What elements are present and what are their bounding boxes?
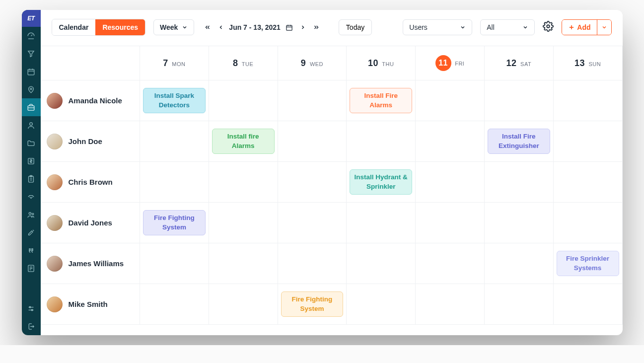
sidebar-item-dashboard[interactable] xyxy=(22,27,41,45)
schedule-cell[interactable]: Install Spark Detectors xyxy=(140,80,209,121)
schedule-cell[interactable]: Install Fire Alarms xyxy=(347,80,416,121)
schedule-cell[interactable] xyxy=(209,243,278,284)
schedule-cell[interactable] xyxy=(209,284,278,325)
sidebar-item-briefcase[interactable] xyxy=(22,98,41,116)
schedule-cell[interactable]: Fire Fighting System xyxy=(278,284,347,325)
schedule-cell[interactable] xyxy=(278,243,347,284)
sidebar-item-team[interactable] xyxy=(22,206,41,223)
tab-resources[interactable]: Resources xyxy=(95,19,145,35)
schedule-cell[interactable] xyxy=(484,284,553,325)
schedule-cell[interactable] xyxy=(347,203,416,243)
sidebar-item-handshake[interactable] xyxy=(22,188,41,206)
resource-row: Chris BrownInstall Hydrant & Sprinkler xyxy=(41,162,623,203)
toolbar: Calendar Resources Week Jun 7 - 13, 2021 xyxy=(41,10,623,46)
schedule-cell[interactable] xyxy=(553,121,622,162)
resource-name: Chris Brown xyxy=(69,178,113,186)
schedule-cell[interactable] xyxy=(416,203,485,243)
schedule-cell[interactable] xyxy=(484,80,553,121)
svg-point-14 xyxy=(32,213,34,215)
resource-cell: James Williams xyxy=(47,256,134,272)
schedule-cell[interactable] xyxy=(416,284,485,325)
schedule-cell[interactable] xyxy=(140,162,209,203)
event-card[interactable]: Install fire Alarms xyxy=(212,129,275,153)
sidebar-item-user[interactable] xyxy=(22,116,41,134)
event-card[interactable]: Fire Fighting System xyxy=(143,210,206,235)
schedule-cell[interactable] xyxy=(209,162,278,203)
day-number: 8 xyxy=(233,58,238,68)
filter-users-select[interactable]: Users xyxy=(403,19,472,35)
schedule-cell[interactable]: Install fire Alarms xyxy=(209,121,278,162)
event-card[interactable]: Install Hydrant & Sprinkler xyxy=(350,169,412,194)
event-card[interactable]: Install Spark Detectors xyxy=(143,88,206,113)
schedule-cell[interactable] xyxy=(209,80,278,121)
resource-name: James Williams xyxy=(69,259,124,268)
schedule-cell[interactable] xyxy=(140,284,209,325)
sidebar-item-report[interactable] xyxy=(22,259,41,277)
sidebar-item-settings-sliders[interactable] xyxy=(22,299,41,317)
resource-name: Amanda Nicole xyxy=(69,96,122,105)
schedule-cell[interactable] xyxy=(347,121,416,162)
day-of-week: THU xyxy=(380,61,394,67)
schedule-cell[interactable] xyxy=(484,162,553,203)
schedule-cell[interactable] xyxy=(278,203,347,243)
sidebar-item-funnel[interactable] xyxy=(22,45,41,63)
sidebar-item-map-pin[interactable] xyxy=(22,80,41,98)
sidebar-item-calendar[interactable] xyxy=(22,63,41,80)
schedule-cell[interactable]: Install Fire Extinguisher xyxy=(484,121,553,162)
schedule-cell[interactable] xyxy=(553,80,622,121)
handshake-icon xyxy=(27,193,35,201)
schedule-cell[interactable] xyxy=(347,243,416,284)
next-fast-button[interactable] xyxy=(311,22,322,33)
avatar xyxy=(47,215,63,231)
today-button[interactable]: Today xyxy=(339,19,372,35)
event-card[interactable]: Fire Fighting System xyxy=(281,291,344,316)
calendar-picker-button[interactable] xyxy=(284,22,295,33)
event-card[interactable]: Install Fire Alarms xyxy=(350,88,412,113)
schedule-cell[interactable] xyxy=(347,284,416,325)
schedule-cell[interactable] xyxy=(278,80,347,121)
svg-rect-23 xyxy=(286,25,292,30)
event-card[interactable]: Fire Sprinkler Systems xyxy=(557,251,619,276)
prev-fast-button[interactable] xyxy=(202,22,213,33)
schedule-cell[interactable] xyxy=(553,284,622,325)
filter-all-select[interactable]: All xyxy=(480,19,535,35)
schedule-cell[interactable] xyxy=(416,243,485,284)
schedule-cell[interactable] xyxy=(484,243,553,284)
schedule-cell[interactable] xyxy=(484,203,553,243)
chevron-down-icon xyxy=(182,24,188,30)
resource-name: John Doe xyxy=(69,137,102,145)
gear-icon xyxy=(543,21,554,32)
prev-button[interactable] xyxy=(216,22,226,32)
sidebar-item-logout[interactable] xyxy=(22,317,41,335)
schedule-cell[interactable]: Install Hydrant & Sprinkler xyxy=(347,162,416,203)
filter-users-label: Users xyxy=(409,23,428,31)
sidebar-item-folder[interactable] xyxy=(22,134,41,152)
sidebar-item-dollar[interactable] xyxy=(22,152,41,170)
schedule-cell[interactable]: Fire Fighting System xyxy=(140,203,209,243)
sidebar-item-tools[interactable] xyxy=(22,223,41,241)
sidebar-item-clipboard[interactable] xyxy=(22,170,41,188)
schedule-cell[interactable] xyxy=(416,80,485,121)
schedule-cell[interactable] xyxy=(416,162,485,203)
tab-calendar[interactable]: Calendar xyxy=(52,19,96,35)
avatar xyxy=(47,296,63,312)
view-period-select[interactable]: Week xyxy=(153,19,194,35)
schedule-cell[interactable] xyxy=(553,203,622,243)
day-number: 11 xyxy=(435,55,451,71)
sidebar-item-quote[interactable] xyxy=(22,241,41,259)
schedule-cell[interactable] xyxy=(278,162,347,203)
day-number: 13 xyxy=(574,58,585,68)
schedule-cell[interactable] xyxy=(140,121,209,162)
add-button[interactable]: Add xyxy=(562,20,596,35)
schedule-cell[interactable] xyxy=(416,121,485,162)
schedule-cell[interactable] xyxy=(209,203,278,243)
settings-button[interactable] xyxy=(543,21,554,34)
schedule-cell[interactable]: Fire Sprinkler Systems xyxy=(553,243,622,284)
next-button[interactable] xyxy=(298,22,308,32)
schedule-cell[interactable] xyxy=(140,243,209,284)
schedule-cell[interactable] xyxy=(553,162,622,203)
day-number: 9 xyxy=(301,58,306,68)
event-card[interactable]: Install Fire Extinguisher xyxy=(488,129,550,153)
schedule-cell[interactable] xyxy=(278,121,347,162)
add-dropdown-button[interactable] xyxy=(597,20,611,35)
